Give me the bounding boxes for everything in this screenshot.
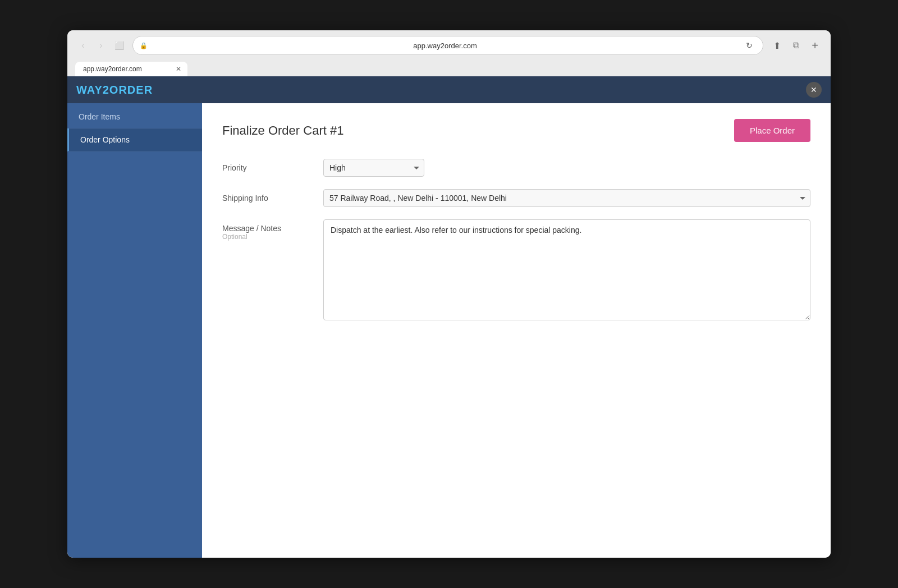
- nav-buttons: ‹ › ⬜: [75, 38, 127, 53]
- shipping-row: Shipping Info 57 Railway Road, , New Del…: [222, 189, 810, 207]
- browser-chrome: ‹ › ⬜ 🔒 ↻ ⬆ ⧉ + app.way2order.com: [67, 30, 831, 76]
- new-tab-button[interactable]: +: [807, 38, 823, 53]
- app-container: WAY2ORDER ✕ Order Items Order Options Fi…: [67, 76, 831, 558]
- app-body: Order Items Order Options Finalize Order…: [67, 103, 831, 558]
- address-bar-container: 🔒 ↻: [132, 36, 763, 55]
- notes-textarea[interactable]: Dispatch at the earliest. Also refer to …: [323, 219, 810, 320]
- sidebar-item-order-items[interactable]: Order Items: [67, 105, 202, 128]
- lock-icon: 🔒: [140, 42, 148, 49]
- address-bar[interactable]: [151, 42, 739, 50]
- logo-2: 2: [103, 84, 109, 96]
- browser-actions: ⬆ ⧉ +: [769, 38, 823, 53]
- duplicate-button[interactable]: ⧉: [788, 38, 804, 53]
- tab-close-button[interactable]: ✕: [174, 65, 183, 74]
- tab-overview-button[interactable]: ⬜: [111, 38, 127, 53]
- browser-top-bar: ‹ › ⬜ 🔒 ↻ ⬆ ⧉ +: [75, 36, 823, 55]
- sidebar-item-order-options[interactable]: Order Options: [67, 128, 202, 151]
- shipping-select[interactable]: 57 Railway Road, , New Delhi - 110001, N…: [323, 189, 810, 207]
- shipping-label: Shipping Info: [222, 189, 312, 203]
- tab-label: app.way2order.com: [83, 65, 142, 73]
- browser-tab-bar: app.way2order.com ✕: [75, 62, 823, 76]
- shipping-control: 57 Railway Road, , New Delhi - 110001, N…: [323, 189, 810, 207]
- priority-select[interactable]: Low Medium High Urgent: [323, 159, 424, 177]
- browser-tab[interactable]: app.way2order.com ✕: [75, 62, 187, 76]
- header-close-button[interactable]: ✕: [806, 82, 822, 98]
- reload-button[interactable]: ↻: [743, 39, 756, 52]
- share-button[interactable]: ⬆: [769, 38, 785, 53]
- back-button[interactable]: ‹: [75, 38, 91, 53]
- notes-control: Dispatch at the earliest. Also refer to …: [323, 219, 810, 323]
- page-header: Finalize Order Cart #1 Place Order: [222, 119, 810, 142]
- main-content: Finalize Order Cart #1 Place Order Prior…: [202, 103, 831, 558]
- place-order-button[interactable]: Place Order: [734, 119, 810, 142]
- form-section: Priority Low Medium High Urgent Sh: [222, 159, 810, 323]
- logo-way: WAY: [76, 84, 103, 96]
- priority-control: Low Medium High Urgent: [323, 159, 810, 177]
- logo-order: ORDER: [109, 84, 153, 96]
- notes-row: Message / Notes Optional Dispatch at the…: [222, 219, 810, 323]
- app-logo: WAY2ORDER: [76, 84, 153, 97]
- page-title: Finalize Order Cart #1: [222, 123, 343, 138]
- notes-sublabel: Optional: [222, 233, 312, 241]
- app-header: WAY2ORDER ✕: [67, 76, 831, 103]
- browser-window: ‹ › ⬜ 🔒 ↻ ⬆ ⧉ + app.way2order.com: [67, 30, 831, 558]
- priority-row: Priority Low Medium High Urgent: [222, 159, 810, 177]
- priority-label: Priority: [222, 159, 312, 172]
- notes-label: Message / Notes Optional: [222, 219, 312, 241]
- sidebar: Order Items Order Options: [67, 103, 202, 558]
- forward-button[interactable]: ›: [93, 38, 109, 53]
